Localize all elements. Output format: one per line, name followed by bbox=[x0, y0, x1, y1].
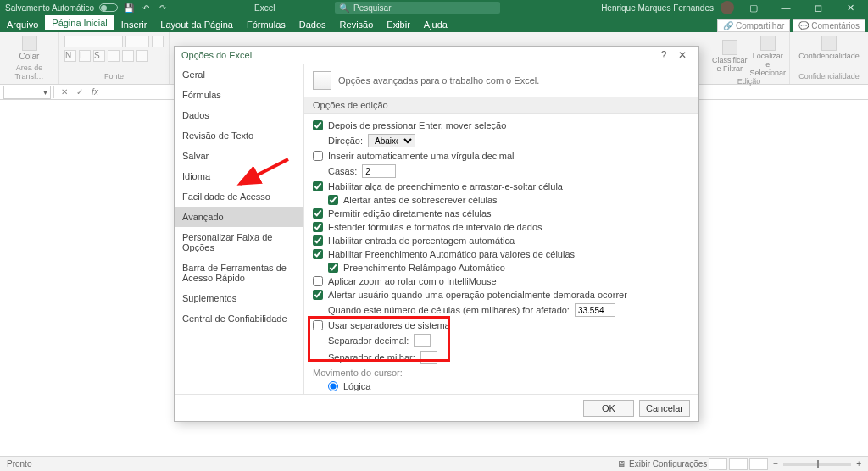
fill-color-icon[interactable] bbox=[122, 50, 134, 62]
tab-file[interactable]: Arquivo bbox=[0, 17, 45, 32]
find-select-button[interactable]: Localizar e Selecionar bbox=[750, 36, 787, 77]
cat-advanced[interactable]: Avançado bbox=[175, 207, 303, 227]
tab-formulas[interactable]: Fórmulas bbox=[240, 17, 292, 32]
zoom-in-icon[interactable]: + bbox=[856, 459, 861, 468]
paste-icon bbox=[22, 36, 37, 51]
chk-autocomplete[interactable] bbox=[313, 249, 323, 259]
comment-icon: 💬 bbox=[798, 21, 809, 30]
options-category-list: Geral Fórmulas Dados Revisão de Texto Sa… bbox=[175, 64, 304, 394]
tab-data[interactable]: Dados bbox=[292, 17, 333, 32]
bold-icon[interactable]: N bbox=[64, 50, 76, 62]
ok-button[interactable]: OK bbox=[583, 400, 634, 417]
undo-icon[interactable]: ↶ bbox=[140, 2, 152, 14]
avatar[interactable] bbox=[721, 1, 734, 14]
title-bar: Salvamento Automático 💾 ↶ ↷ Excel 🔍 Pesq… bbox=[0, 0, 868, 15]
group-confidentiality: Confidencialidade bbox=[795, 72, 863, 80]
comments-button[interactable]: 💬Comentários bbox=[793, 19, 865, 32]
cat-qat[interactable]: Barra de Ferramentas de Acesso Rápido bbox=[175, 258, 303, 288]
chk-percent-entry[interactable] bbox=[313, 236, 323, 246]
sel-direction[interactable]: Abaixo bbox=[368, 134, 415, 147]
zoom-slider[interactable] bbox=[783, 463, 851, 466]
cat-proofing[interactable]: Revisão de Texto bbox=[175, 125, 303, 146]
tab-review[interactable]: Revisão bbox=[333, 17, 381, 32]
app-name: Excel bbox=[254, 3, 275, 13]
confidentiality-button[interactable]: Confidencialidade bbox=[795, 36, 863, 60]
cat-general[interactable]: Geral bbox=[175, 64, 303, 85]
view-page-break-icon[interactable] bbox=[749, 458, 768, 470]
zoom-out-icon[interactable]: − bbox=[773, 459, 778, 468]
chk-alert-long[interactable] bbox=[313, 290, 323, 300]
close-icon[interactable]: ✕ bbox=[837, 0, 863, 15]
view-normal-icon[interactable] bbox=[709, 458, 727, 470]
autosave-toggle[interactable] bbox=[99, 3, 118, 12]
save-icon[interactable]: 💾 bbox=[123, 2, 135, 14]
search-icon: 🔍 bbox=[339, 3, 349, 13]
minimize-icon[interactable]: — bbox=[773, 0, 798, 15]
fx-icon[interactable]: fx bbox=[87, 87, 103, 97]
dialog-help-icon[interactable]: ? bbox=[654, 49, 673, 61]
find-icon bbox=[760, 36, 776, 51]
group-clipboard: Área de Transf… bbox=[5, 64, 53, 80]
maximize-icon[interactable]: ◻ bbox=[805, 0, 831, 15]
tab-home[interactable]: Página Inicial bbox=[45, 15, 114, 32]
chk-zoom-intelli[interactable] bbox=[313, 276, 323, 286]
enter-formula-icon[interactable]: ✓ bbox=[72, 87, 87, 97]
view-page-layout-icon[interactable] bbox=[729, 458, 748, 470]
tab-insert[interactable]: Inserir bbox=[114, 17, 154, 32]
search-box[interactable]: 🔍 Pesquisar bbox=[335, 2, 500, 14]
font-color-icon[interactable] bbox=[136, 50, 148, 62]
chk-edit-in-cell[interactable] bbox=[313, 208, 323, 219]
chk-extend-formats[interactable] bbox=[313, 222, 323, 232]
name-box[interactable]: ▾ bbox=[3, 86, 51, 99]
cancel-button[interactable]: Cancelar bbox=[639, 400, 690, 417]
italic-icon[interactable]: I bbox=[79, 50, 91, 62]
sort-filter-button[interactable]: Classificar e Filtrar bbox=[712, 40, 748, 73]
cat-addins[interactable]: Suplementos bbox=[175, 288, 303, 308]
chk-fill-handle[interactable] bbox=[313, 181, 323, 191]
chk-alert-overwrite[interactable] bbox=[328, 195, 338, 205]
ribbon-display-icon[interactable]: ▢ bbox=[741, 0, 766, 15]
tab-view[interactable]: Exibir bbox=[380, 17, 417, 32]
cat-customize-ribbon[interactable]: Personalizar Faixa de Opções bbox=[175, 227, 303, 258]
redo-icon[interactable]: ↷ bbox=[157, 2, 169, 14]
display-settings-icon[interactable]: 🖥 bbox=[617, 459, 626, 468]
cancel-formula-icon[interactable]: ✕ bbox=[57, 87, 72, 97]
sort-icon bbox=[722, 40, 737, 55]
advanced-options-list[interactable]: Depois de pressionar Enter, mover seleçã… bbox=[304, 114, 698, 394]
increase-font-icon[interactable] bbox=[152, 36, 164, 47]
paste-button[interactable]: Colar bbox=[5, 36, 53, 61]
cat-trust[interactable]: Central de Confiabilidade bbox=[175, 308, 303, 329]
lock-icon bbox=[821, 36, 837, 51]
cat-language[interactable]: Idioma bbox=[175, 166, 303, 186]
border-icon[interactable] bbox=[108, 50, 120, 62]
display-settings-label[interactable]: Exibir Configurações bbox=[629, 459, 707, 468]
autosave-label: Salvamento Automático bbox=[5, 3, 94, 13]
rad-logical[interactable] bbox=[328, 381, 338, 391]
inp-dec-sep[interactable] bbox=[414, 334, 431, 347]
font-name[interactable] bbox=[64, 36, 123, 47]
share-icon: 🔗 bbox=[723, 21, 733, 30]
inp-places[interactable] bbox=[362, 164, 396, 178]
chk-enter-move[interactable] bbox=[313, 120, 323, 130]
section-editing: Opções de edição bbox=[304, 97, 698, 114]
inp-thou-sep[interactable] bbox=[420, 351, 437, 364]
cat-data[interactable]: Dados bbox=[175, 105, 303, 125]
search-placeholder: Pesquisar bbox=[353, 3, 391, 13]
chk-insert-decimal[interactable] bbox=[313, 151, 323, 161]
tab-help[interactable]: Ajuda bbox=[417, 17, 454, 32]
font-size[interactable] bbox=[125, 36, 149, 47]
cat-save[interactable]: Salvar bbox=[175, 146, 303, 166]
cat-ease[interactable]: Facilidade de Acesso bbox=[175, 186, 303, 207]
underline-icon[interactable]: S bbox=[93, 50, 105, 62]
tab-page-layout[interactable]: Layout da Página bbox=[153, 17, 240, 32]
chk-system-sep[interactable] bbox=[313, 320, 323, 330]
ribbon-tabs: Arquivo Página Inicial Inserir Layout da… bbox=[0, 15, 868, 32]
status-ready: Pronto bbox=[7, 459, 31, 468]
chk-flash-fill[interactable] bbox=[328, 263, 338, 273]
user-name[interactable]: Henrique Marques Fernandes bbox=[601, 3, 714, 13]
chevron-down-icon: ▾ bbox=[43, 87, 47, 97]
cat-formulas[interactable]: Fórmulas bbox=[175, 85, 303, 105]
share-button[interactable]: 🔗Compartilhar bbox=[717, 19, 790, 32]
dialog-close-icon[interactable]: ✕ bbox=[673, 49, 692, 61]
inp-cells[interactable] bbox=[575, 303, 615, 317]
